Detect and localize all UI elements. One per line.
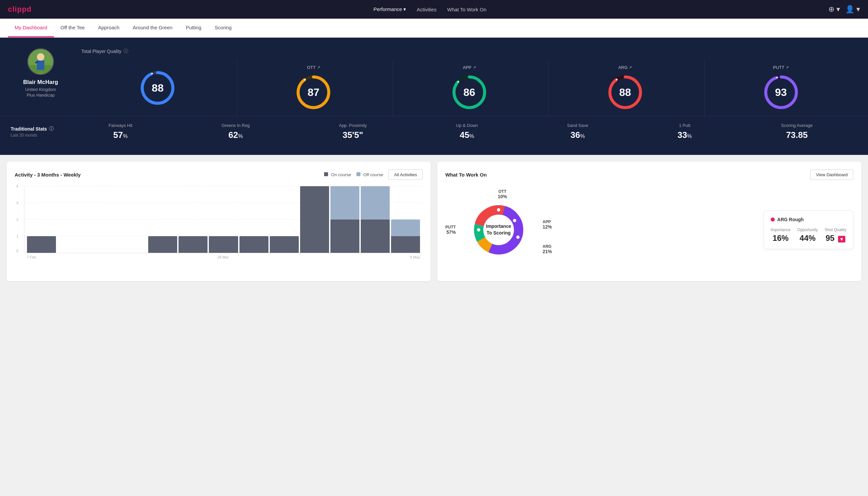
tab-scoring[interactable]: Scoring (208, 19, 238, 37)
bar-oncourse6 (270, 236, 299, 253)
arg-ring: 88 (607, 74, 644, 111)
detail-importance: Importance 16% (771, 228, 791, 243)
bar-group (27, 187, 56, 253)
donut-wrapper: PUTT 57% OTT 10% APP 12% ARG 21% (445, 187, 552, 273)
arg-arrow-icon: ↗ (629, 65, 632, 69)
stat-up-down: Up & Down 45% (456, 123, 478, 140)
what-to-work-on-title: What To Work On (445, 172, 487, 177)
detail-opportunity: Opportunity 44% (798, 228, 818, 243)
bar-oncourse9 (361, 219, 390, 253)
score-total: 88 (81, 64, 234, 112)
app-ring: 86 (451, 74, 488, 111)
chart-grid: 1 2 3 4 0 (24, 187, 423, 253)
detail-shot-quality: Shot Quality 95 ▼ (825, 228, 846, 243)
stat-app-proximity: App. Proximity 35'5" (339, 123, 367, 140)
nav-what-to-work-on[interactable]: What To Work On (447, 7, 486, 12)
scores-area: Total Player Quality ⓘ 88 (81, 48, 857, 116)
arg-score-value: 88 (619, 86, 631, 98)
bar-offcourse10 (391, 219, 420, 236)
nav-links: Performance ▾ Activities What To Work On (373, 6, 486, 12)
score-rings: 88 OTT ↗ 87 (81, 60, 857, 116)
trad-stats-help-icon[interactable]: ⓘ (49, 126, 53, 132)
ott-arrow-icon: ↗ (317, 65, 320, 69)
stats-row: Traditional Stats ⓘ Last 20 rounds Fairw… (0, 116, 868, 147)
bar-offcourse9 (361, 186, 390, 219)
stat-sand-save: Sand Save 36% (567, 123, 588, 140)
offcourse-legend: Off course (357, 172, 383, 177)
bar-oncourse8 (330, 219, 359, 253)
arg-donut-label: ARG 21% (542, 244, 552, 254)
what-to-work-on-panel: What To Work On View Dashboard PUTT 57% … (437, 161, 861, 281)
bar-oncourse2 (148, 236, 177, 253)
bar-group4 (209, 186, 238, 253)
player-info: Blair McHarg United Kingdom Plus Handica… (11, 48, 70, 98)
bar-offcourse8 (330, 186, 359, 219)
score-app: APP ↗ 86 (393, 60, 546, 116)
bar-group9 (361, 186, 390, 253)
svg-point-27 (477, 228, 480, 232)
app-logo: clippd (8, 5, 32, 14)
chart-area: 1 2 3 4 0 (15, 187, 423, 259)
tpq-help-icon[interactable]: ⓘ (124, 48, 128, 54)
activity-chart-panel: Activity - 3 Months - Weekly On course O… (7, 161, 431, 281)
oncourse-dot (324, 172, 328, 176)
ott-ring: 87 (295, 74, 332, 111)
what-to-work-on-header: What To Work On View Dashboard (445, 170, 853, 180)
tab-my-dashboard[interactable]: My Dashboard (8, 19, 54, 37)
app-label: APP ↗ (463, 65, 476, 70)
tab-approach[interactable]: Approach (91, 19, 126, 37)
putt-ring: 93 (763, 74, 800, 111)
svg-point-25 (513, 219, 516, 222)
arg-label: ARG ↗ (618, 65, 632, 70)
player-handicap: Plus Handicap (27, 93, 54, 98)
tab-around-the-green[interactable]: Around the Green (126, 19, 179, 37)
app-arrow-icon: ↗ (473, 65, 476, 69)
score-arg: ARG ↗ 88 (548, 60, 701, 116)
stat-scoring-average: Scoring Average 73.85 (781, 123, 813, 140)
add-button[interactable]: ⊕ ▾ (828, 5, 840, 14)
view-dashboard-button[interactable]: View Dashboard (810, 170, 853, 180)
total-score-value: 88 (152, 82, 164, 94)
all-activities-button[interactable]: All Activities (388, 170, 423, 180)
total-ring: 88 (139, 69, 176, 106)
bar-group8 (330, 186, 359, 253)
stat-greens-in-reg: Greens In Reg 62% (221, 123, 250, 140)
tpq-label: Total Player Quality ⓘ (81, 48, 857, 54)
bar-group5 (239, 186, 268, 253)
bar-oncourse3 (178, 236, 207, 253)
svg-point-26 (516, 235, 520, 239)
player-country: United Kingdom (25, 87, 56, 92)
chart-bars (24, 187, 423, 253)
user-menu-button[interactable]: 👤 ▾ (845, 5, 860, 14)
nav-performance[interactable]: Performance ▾ (373, 6, 406, 12)
nav-right: ⊕ ▾ 👤 ▾ (828, 5, 860, 14)
svg-point-24 (497, 208, 500, 212)
score-putt: PUTT ↗ 93 (704, 60, 857, 116)
tab-putting[interactable]: Putting (179, 19, 208, 37)
bar-group3 (178, 186, 207, 253)
nav-activities[interactable]: Activities (417, 7, 436, 12)
tabs-bar: My Dashboard Off the Tee Approach Around… (0, 19, 868, 37)
activity-chart-title: Activity - 3 Months - Weekly (15, 172, 81, 177)
player-name: Blair McHarg (23, 79, 58, 86)
putt-score-value: 93 (775, 86, 787, 98)
trad-stats-label: Traditional Stats ⓘ Last 20 rounds (11, 126, 64, 138)
app-score-value: 86 (463, 86, 475, 98)
bar-group7 (300, 186, 329, 253)
detail-card-dot (771, 218, 775, 221)
oncourse-legend: On course (324, 172, 351, 177)
app-donut-label: APP 12% (542, 219, 552, 230)
bottom-panels: Activity - 3 Months - Weekly On course O… (0, 155, 868, 288)
stat-1-putt: 1 Putt 33% (678, 123, 692, 140)
chart-legend: On course Off course (324, 172, 383, 177)
bar-oncourse7 (300, 186, 329, 253)
bar-oncourse (27, 236, 56, 253)
down-arrow-icon: ▼ (838, 236, 845, 243)
chart-x-labels: 7 Feb 28 Mar 9 May (24, 253, 423, 259)
offcourse-dot (357, 172, 360, 176)
svg-point-2 (37, 53, 44, 61)
tab-off-the-tee[interactable]: Off the Tee (54, 19, 92, 37)
bar-group6 (270, 186, 299, 253)
bar-oncourse10 (391, 236, 420, 253)
donut-area: PUTT 57% OTT 10% APP 12% ARG 21% (445, 187, 853, 273)
